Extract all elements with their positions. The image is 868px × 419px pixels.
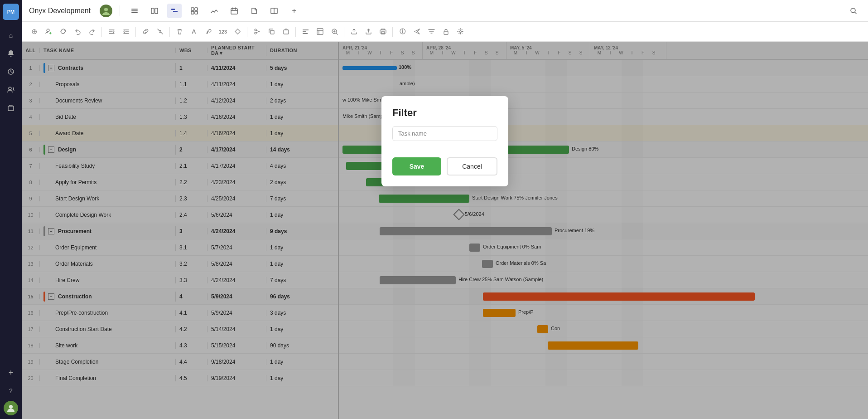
svg-rect-27	[317, 29, 323, 34]
svg-rect-6	[131, 10, 138, 11]
user-avatar[interactable]	[4, 401, 18, 415]
pm-logo[interactable]: PM	[3, 4, 19, 20]
main-area: Onyx Development	[22, 0, 868, 419]
link-btn[interactable]	[139, 25, 152, 39]
view-doc-icon[interactable]	[247, 4, 261, 18]
view-calendar-icon[interactable]	[227, 4, 241, 18]
lock-btn[interactable]	[439, 25, 453, 39]
zoom-btn[interactable]	[328, 25, 341, 39]
svg-rect-7	[131, 12, 138, 13]
view-add-icon[interactable]: +	[287, 4, 301, 18]
svg-rect-12	[191, 8, 194, 10]
svg-rect-22	[270, 30, 274, 34]
user-avatar-topbar[interactable]	[100, 5, 112, 17]
svg-point-20	[255, 32, 256, 34]
svg-rect-2	[8, 106, 14, 111]
paste-btn[interactable]	[279, 25, 293, 39]
svg-rect-16	[231, 9, 237, 14]
send-btn[interactable]	[410, 25, 424, 39]
svg-rect-9	[155, 8, 158, 14]
sidebar-add[interactable]: +	[3, 365, 19, 381]
svg-rect-30	[444, 31, 448, 34]
filter-search-input[interactable]	[392, 126, 497, 141]
redo-btn[interactable]	[85, 25, 99, 39]
sidebar-item-users[interactable]	[3, 82, 19, 98]
delete-btn[interactable]	[173, 25, 186, 39]
svg-rect-24	[303, 29, 309, 30]
table-view-btn[interactable]	[313, 25, 327, 39]
svg-rect-13	[195, 8, 198, 10]
svg-point-31	[459, 31, 461, 33]
filter-cancel-button[interactable]: Cancel	[447, 157, 497, 175]
svg-rect-23	[284, 30, 289, 34]
svg-point-19	[47, 29, 49, 32]
svg-point-21	[255, 29, 256, 31]
svg-rect-8	[151, 8, 154, 14]
svg-rect-26	[303, 33, 308, 34]
project-title: Onyx Development	[29, 7, 91, 15]
sidebar: PM ⌂ + ?	[0, 0, 22, 419]
number-format-btn[interactable]: 123	[216, 25, 230, 39]
unlink-btn[interactable]	[153, 25, 167, 39]
add-user-btn[interactable]	[42, 25, 55, 39]
sidebar-bottom: + ?	[3, 365, 19, 419]
toolbar: ⊕	[22, 22, 868, 42]
view-gantt-icon[interactable]	[167, 4, 182, 18]
svg-rect-11	[173, 11, 178, 12]
share-btn[interactable]	[362, 25, 375, 39]
svg-rect-25	[303, 31, 306, 32]
svg-point-3	[9, 405, 13, 409]
filter-actions: Save Cancel	[392, 157, 497, 175]
view-list-icon[interactable]	[127, 4, 142, 18]
add-task-btn[interactable]: ⊕	[27, 25, 41, 39]
repeat-btn[interactable]	[56, 25, 70, 39]
outdent-btn[interactable]	[105, 25, 118, 39]
svg-rect-5	[131, 9, 138, 10]
filter-modal-overlay: Filter Save Cancel	[22, 42, 868, 419]
copy-btn[interactable]	[265, 25, 278, 39]
indent-btn[interactable]	[119, 25, 133, 39]
undo-btn[interactable]	[71, 25, 84, 39]
svg-rect-14	[191, 11, 194, 14]
upload-btn[interactable]	[347, 25, 361, 39]
svg-point-1	[9, 87, 11, 90]
scissors-btn[interactable]	[250, 25, 264, 39]
sidebar-item-clock[interactable]	[3, 63, 19, 80]
filter-btn[interactable]	[424, 25, 438, 39]
view-columns-icon[interactable]	[147, 4, 162, 18]
paint-btn[interactable]	[202, 25, 215, 39]
svg-point-4	[104, 8, 108, 11]
view-grid-icon[interactable]	[187, 4, 202, 18]
sidebar-item-home[interactable]: ⌂	[3, 27, 19, 44]
filter-modal: Filter Save Cancel	[381, 96, 508, 186]
content-area: ALL TASK NAME WBS PLANNED START DA▼ DURA…	[22, 42, 868, 419]
sidebar-help[interactable]: ?	[3, 383, 19, 399]
filter-title: Filter	[392, 107, 497, 119]
sidebar-item-notifications[interactable]	[3, 45, 19, 62]
svg-rect-15	[195, 11, 198, 14]
svg-rect-10	[171, 9, 175, 10]
filter-save-button[interactable]: Save	[392, 157, 441, 175]
view-split-icon[interactable]	[267, 4, 281, 18]
print-btn[interactable]	[376, 25, 390, 39]
info-btn[interactable]: ⓘ	[395, 25, 409, 39]
topbar: Onyx Development	[22, 0, 868, 22]
diamond-btn[interactable]	[231, 25, 244, 39]
view-analytics-icon[interactable]	[207, 4, 222, 18]
sidebar-item-projects[interactable]	[3, 100, 19, 116]
baseline-btn[interactable]	[299, 25, 312, 39]
settings-btn[interactable]	[453, 25, 467, 39]
search-button[interactable]	[846, 4, 861, 18]
font-color-btn[interactable]: A	[187, 25, 201, 39]
